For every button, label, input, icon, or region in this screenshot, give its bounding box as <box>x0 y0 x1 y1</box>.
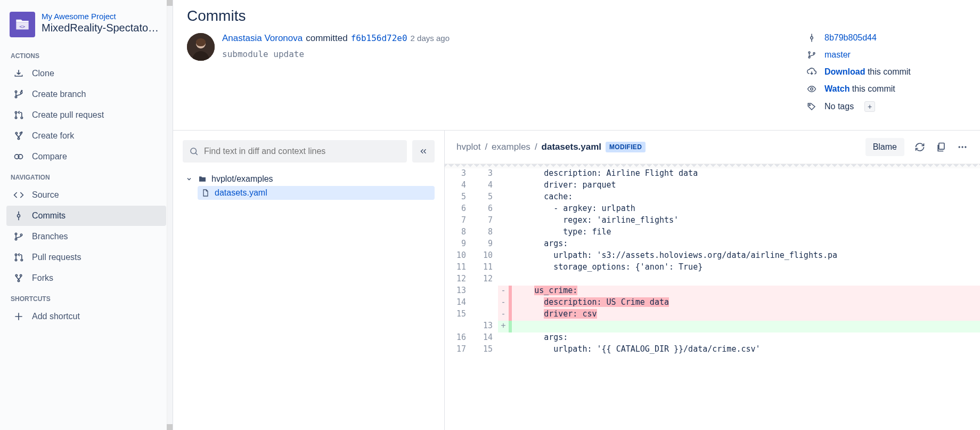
pull-request-plus-icon <box>13 110 24 120</box>
svg-point-4 <box>15 111 17 113</box>
crumb-segment[interactable]: examples <box>492 142 530 152</box>
commit-icon <box>806 33 817 43</box>
sidebar-item-label: Source <box>32 190 59 200</box>
sidebar-item-label: Add shortcut <box>32 312 80 321</box>
diff-collapsed-indicator[interactable] <box>445 164 980 168</box>
file-tree-panel: hvplot/examples datasets.yaml <box>173 131 445 430</box>
file-copy-icon <box>936 142 946 152</box>
svg-point-18 <box>21 259 22 261</box>
diff-line[interactable]: 99 args: <box>445 239 980 250</box>
diff-line[interactable]: 14- description: US Crime data <box>445 297 980 309</box>
add-tag-button[interactable]: + <box>864 101 875 112</box>
tree-file-row[interactable]: datasets.yaml <box>198 186 435 200</box>
sidebar: <> My Awesome Project MixedReality-Spect… <box>0 0 173 430</box>
svg-point-19 <box>15 274 17 276</box>
diff-line[interactable]: 77 regex: 'airline_flights' <box>445 215 980 227</box>
commit-full-hash-link[interactable]: 8b79b805d44 <box>824 33 877 43</box>
sidebar-action-create-pr[interactable]: Create pull request <box>6 105 166 125</box>
svg-point-29 <box>809 104 810 106</box>
diff-line[interactable]: 1212 <box>445 274 980 286</box>
blame-button[interactable]: Blame <box>865 138 904 156</box>
download-tray-icon <box>13 68 24 79</box>
svg-point-24 <box>811 37 813 39</box>
sidebar-item-label: Create pull request <box>32 110 104 120</box>
commit-relative-time: 2 days ago <box>411 34 450 43</box>
plus-icon <box>13 311 24 322</box>
diff-line[interactable]: 55 cache: <box>445 192 980 204</box>
svg-point-9 <box>18 137 19 139</box>
sidebar-scrollbar[interactable] <box>167 0 173 430</box>
sidebar-action-create-branch[interactable]: Create branch <box>6 84 166 104</box>
compare-icon <box>13 151 24 162</box>
page-title: Commits <box>173 0 980 29</box>
tree-folder-label: hvplot/examples <box>211 174 273 184</box>
watch-commit-link[interactable]: Watch this commit <box>824 84 895 94</box>
diff-line[interactable]: 1715 urlpath: '{{ CATALOG_DIR }}/data/cr… <box>445 344 980 356</box>
svg-point-13 <box>15 233 17 234</box>
svg-rect-31 <box>939 143 944 150</box>
svg-point-20 <box>20 274 22 276</box>
diff-line[interactable]: 66 - argkey: urlpath <box>445 204 980 215</box>
sidebar-nav-branches[interactable]: Branches <box>6 226 166 247</box>
project-icon: <> <box>10 12 35 37</box>
svg-point-28 <box>811 88 813 91</box>
sidebar-item-label: Branches <box>32 232 68 241</box>
author-avatar[interactable] <box>187 33 215 61</box>
tags-label: No tags <box>824 102 854 111</box>
sidebar-add-shortcut[interactable]: Add shortcut <box>6 306 166 327</box>
code-icon <box>13 190 24 200</box>
diff-line[interactable]: 88 type: file <box>445 227 980 239</box>
sidebar-nav-pull-requests[interactable]: Pull requests <box>6 247 166 267</box>
diff-line[interactable]: 1111 storage_options: {'anon': True} <box>445 262 980 274</box>
refresh-button[interactable] <box>914 141 926 153</box>
sidebar-nav-source[interactable]: Source <box>6 185 166 205</box>
svg-point-34 <box>965 146 966 148</box>
diff-line[interactable]: 15- driver: csv <box>445 309 980 321</box>
author-link[interactable]: Anastasia Voronova <box>222 33 303 44</box>
svg-point-5 <box>15 117 17 118</box>
diff-line[interactable]: 13- us_crime: <box>445 286 980 297</box>
side-by-side-button[interactable] <box>935 141 947 153</box>
crumb-segment[interactable]: hvplot <box>456 142 480 152</box>
diff-search-input[interactable] <box>204 147 401 156</box>
folder-icon <box>198 175 207 183</box>
download-commit-link[interactable]: Download this commit <box>824 67 911 77</box>
svg-point-3 <box>20 92 22 93</box>
sidebar-action-create-fork[interactable]: Create fork <box>6 126 166 146</box>
svg-point-16 <box>15 254 17 255</box>
sidebar-nav-commits[interactable]: Commits <box>6 206 166 226</box>
sidebar-item-label: Forks <box>32 273 53 283</box>
more-actions-button[interactable] <box>957 141 968 153</box>
svg-point-1 <box>15 91 17 92</box>
project-header: <> My Awesome Project MixedReality-Spect… <box>4 6 168 46</box>
svg-point-21 <box>18 280 19 281</box>
svg-point-2 <box>15 96 17 98</box>
diff-line[interactable]: 44 driver: parquet <box>445 180 980 192</box>
svg-point-26 <box>808 56 810 58</box>
diff-line[interactable]: 1614 args: <box>445 332 980 344</box>
diff-search-box[interactable] <box>183 140 407 163</box>
diff-line[interactable]: 1010 urlpath: 's3://assets.holoviews.org… <box>445 250 980 262</box>
file-icon <box>201 189 210 197</box>
branch-plus-icon <box>13 89 24 100</box>
diff-line[interactable]: 33 description: Airline Flight data <box>445 168 980 180</box>
commit-short-hash-link[interactable]: f6b156d72e0 <box>351 33 407 43</box>
sidebar-action-clone[interactable]: Clone <box>6 63 166 84</box>
project-parent-link[interactable]: My Awesome Project <box>42 12 163 21</box>
commit-icon <box>13 210 24 221</box>
branch-link[interactable]: master <box>824 50 851 60</box>
collapse-tree-button[interactable] <box>412 140 435 163</box>
diff-line[interactable]: 13+ <box>445 321 980 332</box>
sidebar-action-compare[interactable]: Compare <box>6 147 166 167</box>
svg-text:<>: <> <box>19 23 26 29</box>
svg-point-32 <box>959 146 960 148</box>
pull-request-icon <box>13 252 24 263</box>
section-actions-label: ACTIONS <box>4 46 168 63</box>
search-icon <box>189 147 199 156</box>
tree-file-label: datasets.yaml <box>215 188 267 198</box>
svg-point-27 <box>813 53 815 54</box>
diff-body[interactable]: 33 description: Airline Flight data44 dr… <box>445 168 980 430</box>
chevron-down-icon <box>186 176 193 182</box>
tree-folder-row[interactable]: hvplot/examples <box>183 172 435 186</box>
sidebar-nav-forks[interactable]: Forks <box>6 268 166 288</box>
